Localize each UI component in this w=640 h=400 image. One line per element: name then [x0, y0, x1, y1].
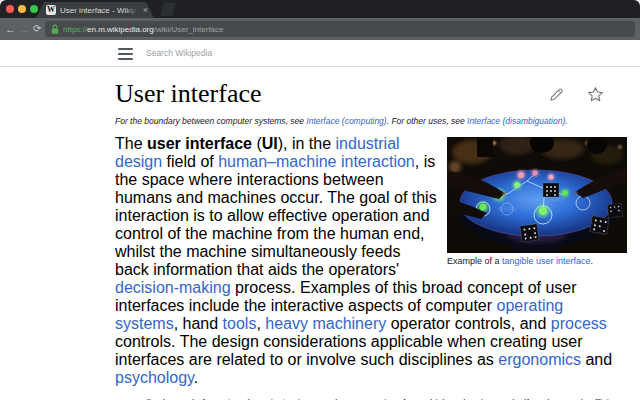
tangible-ui-photo[interactable]	[447, 137, 627, 253]
hamburger-menu-icon[interactable]	[118, 48, 133, 60]
browser-tab[interactable]: W User interface - Wikipedia, the ×	[36, 2, 154, 18]
article-actions	[549, 86, 609, 104]
wiki-link[interactable]: Interface (disambiguation)	[467, 116, 565, 126]
url-scheme: https://	[63, 25, 87, 34]
article-image-figure: Example of a tangible user interface.	[447, 137, 627, 267]
url-path: /wiki/User_interface	[154, 25, 224, 34]
text-segment: (	[252, 135, 262, 152]
text-segment: user interface	[147, 135, 252, 152]
text-segment: operator controls, and	[386, 315, 551, 332]
wiki-link[interactable]: human–machine interaction	[218, 153, 415, 170]
wiki-link[interactable]: psychology	[115, 369, 194, 386]
text-segment: Example of a	[447, 256, 502, 266]
search-input[interactable]: Search Wikipedia	[146, 47, 212, 60]
text-segment: ), in the	[278, 135, 336, 152]
secure-lock-icon	[51, 24, 59, 35]
browser-toolbar: ← → ⟳ https://en.m.wikipedia.org/wiki/Us…	[0, 18, 640, 40]
text-segment: The	[115, 135, 147, 152]
wikipedia-page: Search Wikipedia User interface For the …	[0, 40, 640, 400]
article-body: Example of a tangible user interface. Th…	[115, 135, 627, 400]
wiki-link[interactable]: process	[551, 315, 607, 332]
text-segment: .	[565, 116, 567, 126]
address-bar[interactable]: https://en.m.wikipedia.org/wiki/User_int…	[45, 21, 635, 37]
wiki-link[interactable]: tools	[223, 315, 257, 332]
new-tab-button[interactable]	[160, 3, 176, 16]
text-segment: and	[581, 351, 612, 368]
paragraph-2: Generally, the goal of user interface de…	[115, 395, 627, 400]
text-segment: .	[591, 256, 594, 266]
text-segment: For the boundary between computer system…	[115, 116, 306, 126]
edit-pencil-icon[interactable]	[549, 86, 565, 102]
wiki-link[interactable]: ergonomics	[498, 351, 581, 368]
article-content: User interface For the boundary between …	[0, 79, 640, 400]
url-host: en.m.wikipedia.org	[87, 25, 154, 34]
text-segment: , is the space where interactions betwee…	[115, 153, 437, 278]
wiki-link[interactable]: Interface (computing)	[306, 116, 386, 126]
forward-icon: →	[19, 22, 30, 36]
text-segment: . For other uses, see	[387, 116, 467, 126]
wiki-link[interactable]: heavy machinery	[265, 315, 386, 332]
tab-close-icon[interactable]: ×	[143, 4, 148, 16]
text-segment: , hand	[174, 315, 223, 332]
wiki-link[interactable]: decision-making	[115, 279, 231, 296]
image-caption: Example of a tangible user interface.	[447, 256, 627, 267]
close-window-button[interactable]	[6, 5, 14, 13]
zoom-window-button[interactable]	[30, 5, 38, 13]
text-segment: .	[194, 369, 198, 386]
minimize-window-button[interactable]	[18, 5, 26, 13]
wikipedia-mobile-header: Search Wikipedia	[0, 40, 640, 67]
watchlist-star-icon[interactable]	[587, 86, 604, 103]
hatnote: For the boundary between computer system…	[115, 116, 627, 127]
browser-window: W User interface - Wikipedia, the × ← → …	[0, 0, 640, 400]
wiki-link[interactable]: tangible user interface	[502, 256, 591, 266]
tab-strip: W User interface - Wikipedia, the ×	[0, 0, 640, 18]
reload-icon[interactable]: ⟳	[33, 22, 41, 36]
text-segment: field of	[162, 153, 218, 170]
text-segment: ,	[256, 315, 265, 332]
text-segment: UI	[262, 135, 278, 152]
wikipedia-favicon-icon: W	[46, 5, 56, 15]
tab-title-fade	[124, 2, 138, 18]
back-icon[interactable]: ←	[5, 22, 16, 36]
